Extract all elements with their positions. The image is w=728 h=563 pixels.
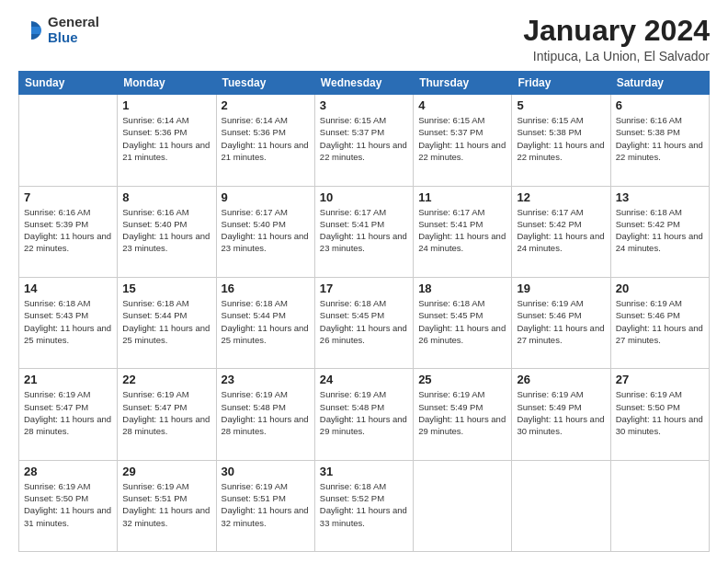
location-subtitle: Intipuca, La Union, El Salvador bbox=[523, 49, 710, 63]
calendar-cell: 17Sunrise: 6:18 AMSunset: 5:45 PMDayligh… bbox=[314, 277, 413, 368]
day-info: Sunrise: 6:17 AMSunset: 5:41 PMDaylight:… bbox=[418, 206, 506, 255]
day-number: 27 bbox=[616, 373, 704, 386]
calendar-week-row: 28Sunrise: 6:19 AMSunset: 5:50 PMDayligh… bbox=[19, 460, 710, 551]
weekday-header-sunday: Sunday bbox=[19, 72, 118, 95]
weekday-header-monday: Monday bbox=[118, 72, 216, 95]
day-info: Sunrise: 6:14 AMSunset: 5:36 PMDaylight:… bbox=[122, 114, 210, 163]
day-number: 22 bbox=[122, 373, 210, 386]
day-number: 21 bbox=[24, 373, 112, 386]
logo-text: General Blue bbox=[48, 15, 99, 45]
calendar-cell: 26Sunrise: 6:19 AMSunset: 5:49 PMDayligh… bbox=[512, 369, 610, 460]
day-info: Sunrise: 6:19 AMSunset: 5:47 PMDaylight:… bbox=[24, 388, 112, 437]
month-title: January 2024 bbox=[523, 15, 710, 47]
calendar-cell: 22Sunrise: 6:19 AMSunset: 5:47 PMDayligh… bbox=[118, 369, 216, 460]
day-number: 30 bbox=[222, 465, 310, 478]
calendar-cell bbox=[19, 95, 118, 186]
calendar-cell: 23Sunrise: 6:19 AMSunset: 5:48 PMDayligh… bbox=[216, 369, 314, 460]
calendar-cell: 15Sunrise: 6:18 AMSunset: 5:44 PMDayligh… bbox=[118, 277, 216, 368]
day-number: 17 bbox=[320, 282, 408, 295]
day-info: Sunrise: 6:19 AMSunset: 5:48 PMDaylight:… bbox=[222, 388, 310, 437]
calendar-week-row: 14Sunrise: 6:18 AMSunset: 5:43 PMDayligh… bbox=[19, 277, 710, 368]
day-number: 10 bbox=[320, 190, 408, 204]
day-info: Sunrise: 6:19 AMSunset: 5:51 PMDaylight:… bbox=[122, 480, 210, 529]
weekday-header-wednesday: Wednesday bbox=[314, 72, 413, 95]
weekday-header-row: SundayMondayTuesdayWednesdayThursdayFrid… bbox=[19, 72, 710, 95]
calendar-week-row: 7Sunrise: 6:16 AMSunset: 5:39 PMDaylight… bbox=[19, 186, 710, 277]
calendar-cell bbox=[512, 460, 610, 551]
calendar-cell: 27Sunrise: 6:19 AMSunset: 5:50 PMDayligh… bbox=[610, 369, 709, 460]
day-number: 31 bbox=[320, 465, 408, 478]
calendar-week-row: 1Sunrise: 6:14 AMSunset: 5:36 PMDaylight… bbox=[19, 95, 710, 186]
calendar-cell: 13Sunrise: 6:18 AMSunset: 5:42 PMDayligh… bbox=[610, 186, 709, 277]
calendar-cell: 19Sunrise: 6:19 AMSunset: 5:46 PMDayligh… bbox=[512, 277, 610, 368]
day-info: Sunrise: 6:17 AMSunset: 5:40 PMDaylight:… bbox=[222, 206, 310, 255]
weekday-header-tuesday: Tuesday bbox=[216, 72, 314, 95]
calendar-cell: 4Sunrise: 6:15 AMSunset: 5:37 PMDaylight… bbox=[414, 95, 512, 186]
day-info: Sunrise: 6:19 AMSunset: 5:46 PMDaylight:… bbox=[517, 297, 605, 346]
day-info: Sunrise: 6:18 AMSunset: 5:42 PMDaylight:… bbox=[616, 206, 704, 255]
calendar-week-row: 21Sunrise: 6:19 AMSunset: 5:47 PMDayligh… bbox=[19, 369, 710, 460]
day-info: Sunrise: 6:16 AMSunset: 5:38 PMDaylight:… bbox=[616, 114, 704, 163]
day-info: Sunrise: 6:19 AMSunset: 5:49 PMDaylight:… bbox=[517, 388, 605, 437]
day-number: 2 bbox=[222, 98, 310, 112]
calendar-cell: 18Sunrise: 6:18 AMSunset: 5:45 PMDayligh… bbox=[414, 277, 512, 368]
day-number: 29 bbox=[122, 465, 210, 478]
day-number: 5 bbox=[517, 98, 605, 112]
day-number: 23 bbox=[222, 373, 310, 386]
day-number: 4 bbox=[418, 98, 506, 112]
day-number: 25 bbox=[418, 373, 506, 386]
calendar-cell: 31Sunrise: 6:18 AMSunset: 5:52 PMDayligh… bbox=[314, 460, 413, 551]
calendar-cell: 7Sunrise: 6:16 AMSunset: 5:39 PMDaylight… bbox=[19, 186, 118, 277]
title-block: January 2024 Intipuca, La Union, El Salv… bbox=[523, 15, 710, 63]
calendar-cell: 11Sunrise: 6:17 AMSunset: 5:41 PMDayligh… bbox=[414, 186, 512, 277]
day-number: 13 bbox=[616, 190, 704, 204]
calendar-cell bbox=[610, 460, 709, 551]
header: General Blue January 2024 Intipuca, La U… bbox=[18, 15, 710, 63]
day-number: 3 bbox=[320, 98, 408, 112]
calendar-cell: 8Sunrise: 6:16 AMSunset: 5:40 PMDaylight… bbox=[118, 186, 216, 277]
page: General Blue January 2024 Intipuca, La U… bbox=[0, 0, 728, 563]
day-info: Sunrise: 6:14 AMSunset: 5:36 PMDaylight:… bbox=[222, 114, 310, 163]
day-number: 14 bbox=[24, 282, 112, 295]
logo: General Blue bbox=[18, 15, 99, 45]
weekday-header-friday: Friday bbox=[512, 72, 610, 95]
calendar-cell: 9Sunrise: 6:17 AMSunset: 5:40 PMDaylight… bbox=[216, 186, 314, 277]
day-info: Sunrise: 6:18 AMSunset: 5:52 PMDaylight:… bbox=[320, 480, 408, 529]
calendar-cell: 2Sunrise: 6:14 AMSunset: 5:36 PMDaylight… bbox=[216, 95, 314, 186]
day-info: Sunrise: 6:16 AMSunset: 5:40 PMDaylight:… bbox=[122, 206, 210, 255]
calendar-cell: 3Sunrise: 6:15 AMSunset: 5:37 PMDaylight… bbox=[314, 95, 413, 186]
calendar-table: SundayMondayTuesdayWednesdayThursdayFrid… bbox=[18, 71, 710, 552]
day-number: 7 bbox=[24, 190, 112, 204]
day-info: Sunrise: 6:18 AMSunset: 5:44 PMDaylight:… bbox=[122, 297, 210, 346]
day-info: Sunrise: 6:16 AMSunset: 5:39 PMDaylight:… bbox=[24, 206, 112, 255]
day-info: Sunrise: 6:17 AMSunset: 5:42 PMDaylight:… bbox=[517, 206, 605, 255]
calendar-cell: 6Sunrise: 6:16 AMSunset: 5:38 PMDaylight… bbox=[610, 95, 709, 186]
day-number: 16 bbox=[222, 282, 310, 295]
calendar-cell: 10Sunrise: 6:17 AMSunset: 5:41 PMDayligh… bbox=[314, 186, 413, 277]
day-info: Sunrise: 6:19 AMSunset: 5:46 PMDaylight:… bbox=[616, 297, 704, 346]
calendar-cell: 28Sunrise: 6:19 AMSunset: 5:50 PMDayligh… bbox=[19, 460, 118, 551]
day-info: Sunrise: 6:19 AMSunset: 5:49 PMDaylight:… bbox=[418, 388, 506, 437]
day-number: 19 bbox=[517, 282, 605, 295]
calendar-cell: 21Sunrise: 6:19 AMSunset: 5:47 PMDayligh… bbox=[19, 369, 118, 460]
day-info: Sunrise: 6:19 AMSunset: 5:50 PMDaylight:… bbox=[24, 480, 112, 529]
day-info: Sunrise: 6:19 AMSunset: 5:47 PMDaylight:… bbox=[122, 388, 210, 437]
day-number: 6 bbox=[616, 98, 704, 112]
calendar-cell bbox=[414, 460, 512, 551]
day-number: 12 bbox=[517, 190, 605, 204]
day-number: 1 bbox=[122, 98, 210, 112]
day-info: Sunrise: 6:18 AMSunset: 5:45 PMDaylight:… bbox=[418, 297, 506, 346]
day-number: 24 bbox=[320, 373, 408, 386]
day-number: 11 bbox=[418, 190, 506, 204]
day-number: 26 bbox=[517, 373, 605, 386]
day-info: Sunrise: 6:18 AMSunset: 5:43 PMDaylight:… bbox=[24, 297, 112, 346]
day-number: 8 bbox=[122, 190, 210, 204]
calendar-cell: 24Sunrise: 6:19 AMSunset: 5:48 PMDayligh… bbox=[314, 369, 413, 460]
calendar-cell: 30Sunrise: 6:19 AMSunset: 5:51 PMDayligh… bbox=[216, 460, 314, 551]
day-number: 28 bbox=[24, 465, 112, 478]
day-info: Sunrise: 6:17 AMSunset: 5:41 PMDaylight:… bbox=[320, 206, 408, 255]
day-info: Sunrise: 6:15 AMSunset: 5:37 PMDaylight:… bbox=[418, 114, 506, 163]
calendar-cell: 29Sunrise: 6:19 AMSunset: 5:51 PMDayligh… bbox=[118, 460, 216, 551]
day-info: Sunrise: 6:18 AMSunset: 5:44 PMDaylight:… bbox=[222, 297, 310, 346]
calendar-cell: 25Sunrise: 6:19 AMSunset: 5:49 PMDayligh… bbox=[414, 369, 512, 460]
